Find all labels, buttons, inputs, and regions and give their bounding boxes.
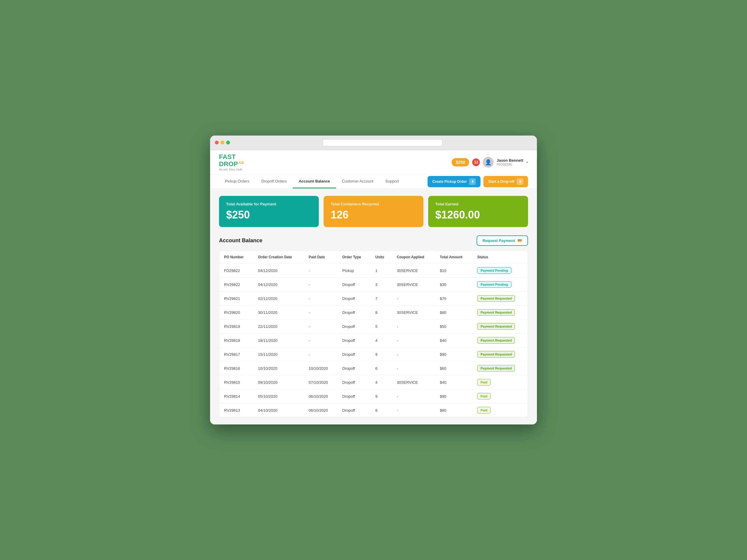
cell-coupon: 30SERVICE: [392, 375, 435, 389]
table-row: RV29820 30/11/2020 - Dropoff 8 30SERVICE…: [219, 306, 528, 320]
cell-units: 9: [370, 348, 392, 361]
create-pickup-label: Create Pickup Order: [432, 180, 467, 184]
maximize-button[interactable]: [226, 141, 230, 145]
minimize-button[interactable]: [221, 141, 224, 145]
cell-paid-date: 06/10/2020: [304, 403, 338, 417]
cell-paid-date: 07/10/2020: [304, 375, 338, 389]
cell-order-type: Dropoff: [338, 348, 370, 361]
stat-recycled-value: 126: [331, 209, 416, 221]
col-total: Total Amount: [435, 251, 472, 264]
table-row: RV29822 04/12/2020 - Dropoff 3 30SERVICE…: [219, 278, 528, 291]
cell-order-type: Dropoff: [338, 375, 370, 389]
cell-order-type: Dropoff: [338, 389, 370, 403]
payment-icon: 💳: [517, 238, 522, 243]
cell-units: 1: [370, 264, 392, 278]
logo-drop: DROP: [219, 160, 238, 168]
status-badge: Payment Pending: [477, 267, 511, 274]
cell-order-type: Dropoff: [338, 320, 370, 333]
stat-card-available: Total Available for Payment $250: [219, 196, 319, 227]
cell-status: Payment Pending: [472, 278, 528, 291]
cell-status: Payment Requested: [472, 291, 528, 306]
address-bar: [233, 139, 532, 146]
cell-units: 5: [370, 320, 392, 333]
cell-po: RV29816: [219, 361, 253, 375]
cell-units: 6: [370, 361, 392, 375]
create-pickup-order-button[interactable]: Create Pickup Order ⬆: [428, 176, 481, 187]
status-badge: Payment Requested: [477, 365, 515, 372]
nav-item-account-balance[interactable]: Account Balance: [293, 175, 336, 188]
nav-item-pickup-orders[interactable]: Pickup Orders: [219, 175, 255, 188]
stat-available-value: $250: [226, 209, 312, 221]
cell-creation-date: 04/12/2020: [253, 278, 304, 291]
cell-status: Paid: [472, 389, 528, 403]
cell-units: 3: [370, 278, 392, 291]
cell-status: Payment Requested: [472, 361, 528, 375]
traffic-lights: [215, 141, 230, 145]
request-payment-label: Request Payment: [483, 238, 515, 243]
cell-total: $90: [435, 389, 472, 403]
nav-item-support[interactable]: Support: [380, 175, 405, 188]
user-dropdown-icon[interactable]: ▾: [526, 160, 528, 164]
browser-chrome: [210, 135, 537, 150]
app-container: FAST DROP.ca No sort. Easy Cash. $250 12…: [210, 150, 537, 425]
cell-coupon: -: [392, 320, 435, 333]
cell-order-type: Dropoff: [338, 403, 370, 417]
cell-paid-date: -: [304, 291, 338, 306]
cell-total: $70: [435, 291, 472, 306]
table-row: RV29814 05/10/2020 06/10/2020 Dropoff 9 …: [219, 389, 528, 403]
cell-coupon: 30SERVICE: [392, 264, 435, 278]
cell-coupon: 30SERVICE: [392, 306, 435, 320]
table-row: RV29817 15/11/2020 - Dropoff 9 - $90 Pay…: [219, 348, 528, 361]
status-badge: Payment Requested: [477, 337, 515, 343]
account-balance-table: PO Number Order Creation Date Paid Date …: [219, 251, 528, 417]
nav-item-customer-account[interactable]: Customer Account: [336, 175, 380, 188]
stats-row: Total Available for Payment $250 Total C…: [219, 196, 528, 227]
table-header: PO Number Order Creation Date Paid Date …: [219, 251, 528, 264]
logo-ca: .ca: [238, 160, 243, 165]
navigation: Pickup Orders Dropoff Orders Account Bal…: [210, 175, 537, 189]
url-input[interactable]: [323, 139, 442, 146]
logo-area: FAST DROP.ca No sort. Easy Cash.: [219, 154, 243, 171]
download-icon: ⬇: [517, 178, 523, 185]
logo-fast: FAST: [219, 153, 236, 160]
cell-po: RV29819: [219, 320, 253, 333]
cell-units: 4: [370, 333, 392, 348]
cell-units: 8: [370, 403, 392, 417]
stat-available-label: Total Available for Payment: [226, 202, 312, 206]
nav-item-dropoff-orders[interactable]: Dropoff Orders: [255, 175, 293, 188]
cell-po: RV29813: [219, 403, 253, 417]
cell-status: Payment Requested: [472, 333, 528, 348]
balance-badge: $250: [452, 158, 469, 167]
cell-creation-date: 05/10/2020: [253, 389, 304, 403]
section-header: Account Balance Request Payment 💳: [219, 235, 528, 246]
request-payment-button[interactable]: Request Payment 💳: [476, 235, 528, 246]
nav-buttons: Create Pickup Order ⬆ Start a Drop-off ⬇: [428, 176, 528, 187]
notification-badge[interactable]: 12: [472, 158, 480, 166]
cell-creation-date: 22/11/2020: [253, 320, 304, 333]
cell-total: $80: [435, 403, 472, 417]
start-dropoff-button[interactable]: Start a Drop-off ⬇: [484, 176, 528, 187]
col-po-number: PO Number: [219, 251, 253, 264]
status-badge: Payment Requested: [477, 309, 515, 316]
section-title: Account Balance: [219, 237, 262, 244]
cell-coupon: -: [392, 291, 435, 306]
status-badge: Payment Requested: [477, 351, 515, 358]
cell-coupon: -: [392, 389, 435, 403]
stat-earned-value: $1260.00: [435, 209, 521, 221]
stat-card-earned: Total Earned $1260.00: [428, 196, 528, 227]
cell-creation-date: 18/11/2020: [253, 333, 304, 348]
status-badge: Paid: [477, 379, 491, 385]
cell-total: $40: [435, 375, 472, 389]
cell-status: Payment Requested: [472, 306, 528, 320]
cell-total: $50: [435, 320, 472, 333]
logo: FAST DROP.ca: [219, 154, 243, 167]
user-id: FD332335: [496, 162, 523, 166]
cell-order-type: Dropoff: [338, 361, 370, 375]
table-row: FD29822 04/12/2020 - Pickup 1 30SERVICE …: [219, 264, 528, 278]
cell-creation-date: 04/12/2020: [253, 264, 304, 278]
user-name: Jason Bennett: [496, 158, 523, 162]
close-button[interactable]: [215, 141, 219, 145]
cell-po: RV29817: [219, 348, 253, 361]
status-badge: Paid: [477, 407, 491, 413]
cell-units: 8: [370, 306, 392, 320]
